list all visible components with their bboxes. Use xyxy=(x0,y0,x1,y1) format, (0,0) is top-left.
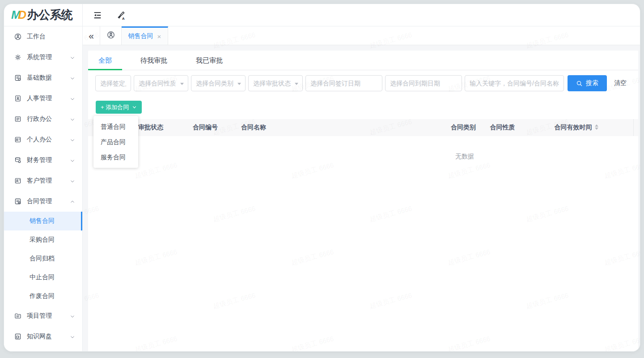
home-tab[interactable] xyxy=(100,26,122,45)
table-header: 审批状态合同编号合同名称合同类别合同性质合同有效时间 xyxy=(88,119,638,136)
filter-field[interactable] xyxy=(386,76,462,91)
system-gear-icon xyxy=(14,53,22,61)
filter-select[interactable] xyxy=(134,75,188,91)
add-contract-menu: 普通合同产品合同服务合同 xyxy=(93,116,138,168)
chevron-up-icon xyxy=(70,199,75,204)
workbench-icon xyxy=(14,33,22,41)
workbench-icon xyxy=(106,30,115,41)
filter-field[interactable] xyxy=(134,76,188,91)
sidebar-item-label: 项目管理 xyxy=(27,312,52,320)
filter-field[interactable] xyxy=(191,76,245,91)
sidebar-item-工作台[interactable]: 工作台 xyxy=(4,26,82,47)
sidebar-subitem-采购合同[interactable]: 采购合同 xyxy=(4,230,82,249)
sidebar-item-label: 人事管理 xyxy=(27,94,52,102)
sidebar-item-label: 财务管理 xyxy=(27,156,52,164)
sidebar-item-label: 知识网盘 xyxy=(27,332,52,341)
main-area: « 销售合同 × 全部待我审批我已审批 搜索清空 + 添加合同 审批状态合同编号… xyxy=(83,26,640,351)
sidebar-item-系统管理[interactable]: 系统管理 xyxy=(4,47,82,68)
filter-input[interactable] xyxy=(465,75,564,91)
column-label: 合同编号 xyxy=(193,124,218,131)
customer-icon xyxy=(14,177,22,185)
column-label: 审批状态 xyxy=(138,124,163,131)
chevron-down-icon xyxy=(70,55,75,60)
chevron-down-icon xyxy=(70,158,75,163)
filter-field[interactable] xyxy=(249,76,302,91)
app-window: MD办公系统 A 工作台系统管理基础数据人事管理行政办公个人办公财务管理客户管理… xyxy=(4,4,640,352)
sidebar-item-项目管理[interactable]: 项目管理 xyxy=(4,306,82,326)
status-tab-我已审批[interactable]: 我已审批 xyxy=(186,51,233,70)
filter-date-input[interactable] xyxy=(385,75,462,91)
finance-icon xyxy=(14,156,22,164)
sidebar-item-人事管理[interactable]: 人事管理 xyxy=(4,88,82,109)
status-tabs: 全部待我审批我已审批 xyxy=(88,51,638,70)
app-header: MD办公系统 A xyxy=(4,4,640,26)
filter-select[interactable] xyxy=(191,75,246,91)
hr-icon xyxy=(14,94,22,102)
status-tab-待我审批[interactable]: 待我审批 xyxy=(130,51,178,70)
sidebar-subitem-合同归档[interactable]: 合同归档 xyxy=(4,249,82,268)
close-icon[interactable]: × xyxy=(157,33,161,40)
admin-office-icon xyxy=(14,115,22,123)
sort-icon[interactable] xyxy=(595,124,598,130)
logo-letter-d: D xyxy=(18,8,26,21)
search-button[interactable]: 搜索 xyxy=(568,75,607,91)
project-icon xyxy=(14,312,22,320)
sidebar-item-客户管理[interactable]: 客户管理 xyxy=(4,170,82,191)
sidebar-item-基础数据[interactable]: 基础数据 xyxy=(4,68,82,88)
add-contract-label: + 添加合同 xyxy=(101,103,129,111)
sidebar-item-个人办公[interactable]: 个人办公 xyxy=(4,129,82,150)
column-header-合同名称: 合同名称 xyxy=(229,124,441,132)
sidebar-item-label: 客户管理 xyxy=(27,177,52,185)
tabs-collapse-button[interactable]: « xyxy=(83,26,100,45)
tab-label: 销售合同 xyxy=(128,32,153,40)
sidebar-item-label: 基础数据 xyxy=(27,74,52,82)
filter-date-input[interactable] xyxy=(305,75,382,91)
status-tab-全部[interactable]: 全部 xyxy=(88,51,122,70)
sidebar-item-财务管理[interactable]: 财务管理 xyxy=(4,150,82,170)
filter-row: 搜索清空 xyxy=(95,75,627,91)
add-contract-button[interactable]: + 添加合同 xyxy=(96,101,142,114)
collapse-sidebar-icon[interactable] xyxy=(93,10,102,20)
sidebar-item-label: 个人办公 xyxy=(27,136,52,144)
filter-field[interactable] xyxy=(306,76,382,91)
menu-item-普通合同[interactable]: 普通合同 xyxy=(93,119,138,134)
chevron-down-icon xyxy=(70,96,75,101)
column-header-合同编号: 合同编号 xyxy=(182,124,229,132)
menu-item-服务合同[interactable]: 服务合同 xyxy=(93,149,138,165)
personal-office-icon xyxy=(14,136,22,144)
chevron-down-icon xyxy=(70,137,75,142)
clear-button[interactable]: 清空 xyxy=(614,79,627,87)
sidebar-item-label: 行政办公 xyxy=(27,115,52,123)
column-label: 合同性质 xyxy=(490,124,515,131)
search-icon xyxy=(576,80,583,87)
sidebar-subitem-作废合同[interactable]: 作废合同 xyxy=(4,287,82,306)
menu-item-产品合同[interactable]: 产品合同 xyxy=(93,134,138,149)
svg-text:A: A xyxy=(122,16,125,20)
logo-text: 办公系统 xyxy=(27,8,72,21)
empty-data-text: 无数据 xyxy=(455,153,474,161)
column-label: 合同名称 xyxy=(241,124,266,131)
column-header-合同类别: 合同类别 xyxy=(441,124,486,132)
contract-icon xyxy=(14,197,22,205)
chevron-down-icon xyxy=(70,75,75,81)
tab-sales-contract[interactable]: 销售合同 × xyxy=(122,26,168,45)
sidebar-item-知识网盘[interactable]: 知识网盘 xyxy=(4,326,82,347)
column-label: 合同类别 xyxy=(451,124,476,131)
filter-input[interactable] xyxy=(95,75,131,91)
filter-field[interactable] xyxy=(96,76,131,91)
sidebar-item-label: 系统管理 xyxy=(27,53,52,61)
theme-brush-icon[interactable]: A xyxy=(116,10,126,20)
filter-field[interactable] xyxy=(465,76,564,91)
column-label: 合同有效时间 xyxy=(555,124,592,131)
tab-bar: « 销售合同 × xyxy=(83,26,640,45)
chevron-down-icon xyxy=(70,334,75,339)
sidebar-item-label: 工作台 xyxy=(27,33,46,41)
sidebar-item-合同管理[interactable]: 合同管理 xyxy=(4,191,82,212)
base-data-icon xyxy=(14,74,22,82)
column-header-empty xyxy=(633,119,638,136)
filter-select[interactable] xyxy=(248,75,303,91)
sidebar-subitem-中止合同[interactable]: 中止合同 xyxy=(4,268,82,287)
sidebar-subitem-销售合同[interactable]: 销售合同 xyxy=(4,212,82,230)
sidebar-item-行政办公[interactable]: 行政办公 xyxy=(4,109,82,129)
column-header-合同有效时间: 合同有效时间 xyxy=(519,124,633,132)
